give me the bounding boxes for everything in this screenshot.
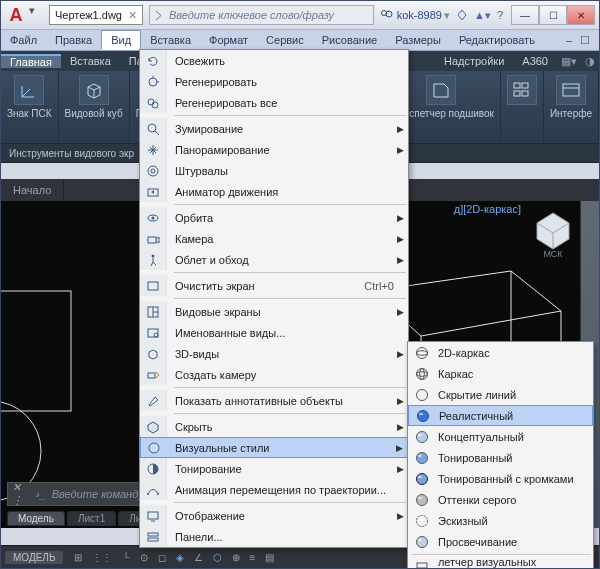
visual-style-sketch[interactable]: Эскизный: [408, 510, 593, 531]
menu-item-hide[interactable]: Скрыть▶: [140, 416, 408, 437]
menu-item-visual[interactable]: Визуальные стили▶: [140, 437, 408, 458]
menu-item-label: Облет и обход: [175, 254, 394, 266]
menu-item-display[interactable]: Отображение▶: [140, 505, 408, 526]
visual-style-wire[interactable]: Каркас: [408, 363, 593, 384]
menu-item-motion[interactable]: Аниматор движения: [140, 181, 408, 202]
search-input[interactable]: Введите ключевое слово/фразу: [149, 5, 374, 25]
menu-item-pan[interactable]: Панорамирование▶: [140, 139, 408, 160]
menu-item-regen-all[interactable]: Регенерировать все: [140, 92, 408, 113]
help-dropdown-icon[interactable]: ▲▾: [474, 9, 491, 22]
status-otrack-icon[interactable]: ∠: [189, 546, 208, 568]
minimize-button[interactable]: —: [511, 5, 539, 25]
menu-item-regen[interactable]: Регенерировать: [140, 71, 408, 92]
viewcube-icon[interactable]: МСК: [525, 203, 581, 259]
visual-style-wire2d[interactable]: 2D-каркас: [408, 342, 593, 363]
visual-style-concept[interactable]: Концептуальный: [408, 426, 593, 447]
layout1-tab[interactable]: Лист1: [67, 511, 116, 526]
status-polar-icon[interactable]: ⊙: [135, 546, 153, 568]
menu-item-refresh[interactable]: Освежить: [140, 50, 408, 71]
status-ducs-icon[interactable]: ⬡: [208, 546, 227, 568]
svg-rect-10: [0, 291, 71, 411]
view-style-label[interactable]: д][2D-каркас]: [454, 203, 521, 215]
visual-style-xray[interactable]: Просвечивание: [408, 531, 593, 552]
ribbon-tab-home[interactable]: Главная: [1, 54, 61, 68]
menu-edit[interactable]: Правка: [46, 30, 101, 50]
menu-item-anno[interactable]: Показать аннотативные объекты▶: [140, 390, 408, 411]
cam-create-icon: [140, 364, 167, 385]
menu-item-label: Именованные виды...: [175, 327, 394, 339]
status-ortho-icon[interactable]: └: [117, 546, 134, 568]
cmd-chevron-icon[interactable]: ›_: [36, 488, 46, 500]
svg-rect-8: [563, 84, 579, 96]
status-snap-icon[interactable]: ⋮⋮: [87, 546, 117, 568]
cmd-handle-icon[interactable]: ✕ ⋮: [12, 481, 30, 507]
menu-format[interactable]: Формат: [200, 30, 257, 50]
user-account[interactable]: kok-8989 ▾: [380, 9, 450, 22]
submenu-arrow-icon: ▶: [397, 234, 404, 244]
menu-item-orbit[interactable]: Орбита▶: [140, 207, 408, 228]
menu-item-vports[interactable]: Видовые экраны▶: [140, 301, 408, 322]
qa-dropdown-icon[interactable]: ▾: [29, 4, 43, 26]
visual-style-gray[interactable]: Оттенки серого: [408, 489, 593, 510]
status-grid-icon[interactable]: ⊞: [69, 546, 87, 568]
status-3dosnap-icon[interactable]: ◈: [171, 546, 189, 568]
document-tab[interactable]: Чертеж1.dwg ✕: [49, 5, 143, 25]
ribbon-collapse-icon[interactable]: ◑: [581, 55, 599, 68]
status-dyn-icon[interactable]: ⊕: [227, 546, 245, 568]
visual-style-shaded[interactable]: Тонированный: [408, 447, 593, 468]
maximize-button[interactable]: ☐: [539, 5, 567, 25]
menubar-min-icon[interactable]: –: [562, 30, 576, 50]
menu-item-bars[interactable]: Панели...: [140, 526, 408, 547]
menu-modify[interactable]: Редактировать: [450, 30, 544, 50]
pan-icon: [140, 139, 167, 160]
menu-item-clean[interactable]: Очистить экранCtrl+0: [140, 275, 408, 296]
menu-service[interactable]: Сервис: [257, 30, 313, 50]
close-icon[interactable]: ✕: [128, 9, 137, 22]
panel-ucs[interactable]: Знак ПСК: [1, 71, 59, 143]
menu-insert[interactable]: Вставка: [141, 30, 200, 50]
menu-item-cam-create[interactable]: Создать камеру: [140, 364, 408, 385]
panel-palettes[interactable]: [501, 71, 544, 143]
menu-item-zoom[interactable]: Зумирование▶: [140, 118, 408, 139]
ribbon-tab-insert[interactable]: Вставка: [61, 55, 120, 67]
status-model-label[interactable]: МОДЕЛЬ: [5, 551, 63, 564]
ribbon-featured-icon[interactable]: ▦▾: [557, 55, 581, 68]
view-menu: ОсвежитьРегенерироватьРегенерировать все…: [139, 49, 409, 548]
svg-point-40: [157, 493, 159, 495]
panel-interface[interactable]: Интерфе: [544, 71, 599, 143]
menu-file[interactable]: Файл: [1, 30, 46, 50]
svg-point-61: [417, 515, 428, 526]
model-tab[interactable]: Модель: [7, 511, 65, 526]
visual-style-real[interactable]: Реалистичный: [408, 405, 593, 426]
close-button[interactable]: ✕: [567, 5, 595, 25]
svg-point-21: [148, 124, 156, 132]
panel-viewcube[interactable]: Видовой куб: [59, 71, 130, 143]
visual-style-manager[interactable]: летчер визуальных стилей...: [408, 557, 593, 569]
help-icon[interactable]: ?: [497, 9, 503, 21]
menu-item-path[interactable]: Анимация перемещения по траектории...: [140, 479, 408, 500]
exchange-icon[interactable]: [456, 9, 468, 21]
menubar-restore-icon[interactable]: ☐: [576, 30, 594, 50]
start-tab[interactable]: Начало: [1, 179, 64, 201]
menu-view[interactable]: Вид: [101, 30, 141, 50]
status-lwt-icon[interactable]: ≡: [245, 546, 261, 568]
svg-point-56: [418, 454, 422, 457]
menubar-close-icon[interactable]: ✕: [594, 30, 600, 50]
status-osnap-icon[interactable]: ◻: [153, 546, 171, 568]
ribbon-tab-addins[interactable]: Надстройки: [435, 55, 513, 67]
menu-item-named[interactable]: Именованные виды...: [140, 322, 408, 343]
menu-item-shade[interactable]: Тонирование▶: [140, 458, 408, 479]
menu-item-camera[interactable]: Камера▶: [140, 228, 408, 249]
menu-item-label: Панорамирование: [175, 144, 394, 156]
ribbon-tab-a360[interactable]: A360: [513, 55, 557, 67]
shaded-icon: [412, 448, 432, 468]
status-trans-icon[interactable]: ▤: [260, 546, 279, 568]
visual-style-hidden[interactable]: Скрытие линий: [408, 384, 593, 405]
menu-draw[interactable]: Рисование: [313, 30, 386, 50]
visual-style-shaded-edge[interactable]: Тонированный с кромками: [408, 468, 593, 489]
menu-dim[interactable]: Размеры: [386, 30, 450, 50]
menu-item-wheel[interactable]: Штурвалы: [140, 160, 408, 181]
menu-item-3dviews[interactable]: 3D-виды▶: [140, 343, 408, 364]
app-logo-icon[interactable]: A: [5, 4, 27, 26]
menu-item-walk[interactable]: Облет и обход▶: [140, 249, 408, 270]
